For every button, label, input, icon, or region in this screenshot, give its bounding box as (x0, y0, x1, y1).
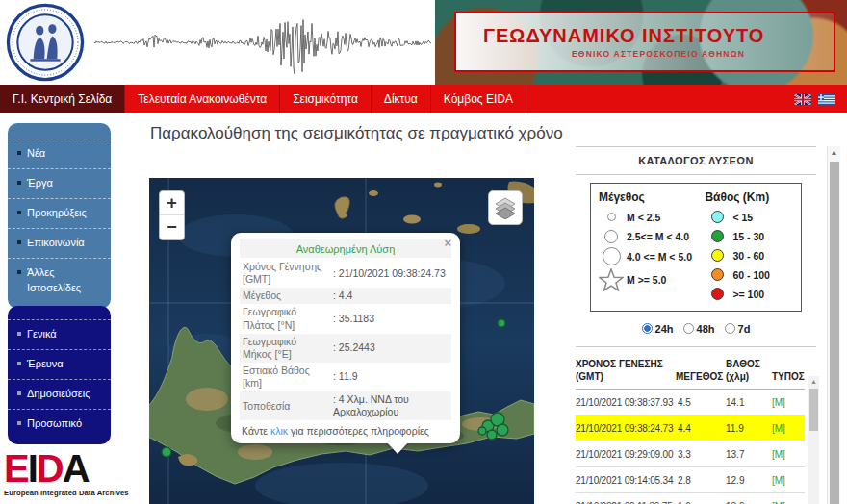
zoom-in-button[interactable]: + (160, 191, 184, 215)
cell-time: 21/10/2021 09:29:09.00 (576, 449, 674, 460)
radio-icon (642, 323, 653, 334)
result-row[interactable]: 21/10/2021 09:29:09.003.313.7[M] (576, 441, 805, 467)
eida-tagline: European Integrated Data Archives (4, 489, 129, 497)
legend-depth-item: 30 - 60 (705, 247, 795, 264)
layers-button[interactable] (488, 190, 523, 225)
legend-depth-label: >= 100 (732, 289, 764, 300)
legend: Μέγεθος M < 2.52.5<= M < 4.04.0 <= M < 5… (590, 183, 802, 312)
range-radio-7d[interactable]: 7d (725, 323, 751, 335)
result-row[interactable]: 21/10/2021 09:38:37.934.514.1[M] (576, 390, 805, 416)
banner-frame: ΓΕΩΔΥΝΑΜΙΚΟ ΙΝΣΤΙΤΟΥΤΟ ΕΘΝΙΚΟ ΑΣΤΕΡΟΣΚΟΠ… (454, 12, 835, 72)
sidebar-item[interactable]: Νέα (8, 139, 111, 168)
cell-time: 21/10/2021 09:14:05.34 (576, 475, 674, 486)
popup-row: Γεωγραφικό Μήκος [°E]: 25.2443 (240, 334, 451, 363)
range-radio-24h[interactable]: 24h (642, 323, 674, 335)
legend-depth-label: < 15 (732, 212, 753, 223)
map-popup: × Αναθεωρημένη Λύση Χρόνος Γέννησης [GMT… (231, 233, 460, 443)
cell-magnitude: 2.8 (674, 475, 726, 486)
nav-item-4[interactable]: Δίκτυα (372, 85, 431, 113)
popup-row: Μέγεθος: 4.4 (240, 288, 451, 304)
popup-row: Εστιακό Βάθος [km]: 11.9 (240, 363, 451, 391)
sidebar-item[interactable]: Έργα (8, 168, 111, 198)
uk-flag-icon[interactable] (794, 94, 811, 105)
mid-depth-quakes-marker[interactable] (487, 430, 497, 440)
sidebar-item-label: Προκηρύξεις (27, 206, 87, 221)
sidebar-item-label: Δημοσιεύσεις (27, 387, 90, 402)
cell-type: [M] (772, 475, 803, 486)
eida-logo[interactable]: EIDA European Integrated Data Archives (4, 448, 129, 497)
popup-row-value: : 25.2443 (330, 334, 451, 363)
legend-depth-item: 60 - 100 (705, 266, 795, 283)
eida-wordmark: EIDA (4, 448, 129, 489)
sidebar-item-label: Επικοινωνία (27, 236, 85, 251)
page-scrollbar-thumb[interactable] (830, 162, 839, 504)
sidebar-item[interactable]: Προκηρύξεις (8, 198, 111, 228)
sidebar-item-label: Άλλες Ιστοσελίδες (27, 265, 105, 296)
popup-title: Αναθεωρημένη Λύση (240, 239, 451, 258)
main-nav: Γ.Ι. Κεντρική ΣελίδαΤελευταία Ανακοινωθέ… (0, 85, 847, 113)
nav-item-1[interactable]: Γ.Ι. Κεντρική Σελίδα (0, 85, 125, 113)
sidebar-item-label: Προσωπικό (27, 416, 82, 432)
page-scroll-up-icon[interactable]: ▲ (828, 146, 840, 160)
map-zoom-control: + − (159, 190, 185, 240)
sidebar-item-label: Έρευνα (27, 357, 64, 372)
eida-letter: E (4, 447, 28, 490)
mid-depth-quakes-marker[interactable] (497, 424, 508, 436)
nav-item-2[interactable]: Τελευταία Ανακοινωθέντα (125, 85, 280, 113)
scroll-up-icon[interactable]: ▲ (808, 376, 819, 387)
sidebar-item[interactable]: Επικοινωνία (8, 228, 111, 258)
mid-depth-quakes-marker[interactable] (478, 427, 486, 435)
sidebar-item[interactable]: Δημοσιεύσεις (8, 379, 111, 409)
popup-row-label: Τοποθεσία (240, 391, 330, 420)
range-label: 24h (655, 323, 674, 335)
popup-row: Χρόνος Γέννησης [GMT]: 21/10/2021 09:38:… (240, 259, 451, 288)
popup-row-label: Μέγεθος (240, 288, 330, 304)
mid-depth-quakes-marker[interactable] (162, 447, 171, 457)
sidebar-list-2: ΓενικάΈρευναΔημοσιεύσειςΠροσωπικό (8, 319, 111, 439)
zoom-out-button[interactable]: − (160, 215, 184, 239)
nav-item-3[interactable]: Σεισμικότητα (280, 85, 372, 113)
table-scrollbar[interactable]: ▲ (808, 376, 819, 504)
close-icon[interactable]: × (444, 237, 451, 249)
result-row[interactable]: 21/10/2021 09:14:05.342.812.9[M] (576, 467, 805, 493)
popup-footer-text2: για περισσότερες πληροφορίες (288, 425, 429, 437)
legend-depth-item: >= 100 (705, 286, 795, 302)
depth-color-icon (705, 288, 730, 300)
nav-item-5[interactable]: Κόμβος EIDA (431, 85, 526, 113)
sidebar-group-1: ΝέαΈργαΠροκηρύξειςΕπικοινωνίαΆλλες Ιστοσ… (8, 123, 111, 309)
observatory-logo[interactable] (6, 3, 85, 82)
cell-time: 21/10/2021 09:38:37.93 (576, 397, 674, 408)
result-row[interactable]: 21/10/2021 09:38:24.734.411.9[M] (576, 416, 805, 441)
popup-row-label: Εστιακό Βάθος [km] (240, 363, 330, 391)
legend-magnitude-title: Μέγεθος (599, 190, 705, 204)
table-scrollbar-thumb[interactable] (809, 389, 818, 431)
result-row[interactable]: 21/10/2021 09:11:39.751.613.9[M] (576, 493, 805, 504)
cell-time: 21/10/2021 09:11:39.75 (576, 501, 674, 504)
bullet-icon (17, 391, 21, 395)
eida-letter: A (63, 447, 89, 490)
sidebar-item[interactable]: Έρευνα (8, 349, 111, 379)
main-nav-items: Γ.Ι. Κεντρική ΣελίδαΤελευταία Ανακοινωθέ… (0, 85, 526, 113)
bullet-icon (17, 332, 21, 336)
radio-icon (683, 323, 694, 334)
sidebar-item-label: Νέα (27, 146, 45, 162)
page-scrollbar[interactable]: ▲ (827, 146, 840, 504)
range-label: 7d (738, 323, 751, 335)
cell-type: [M] (772, 423, 803, 434)
sidebar-item[interactable]: Γενικά (8, 319, 111, 349)
more-info-link[interactable]: κλικ (270, 425, 288, 437)
cell-magnitude: 4.4 (674, 423, 726, 434)
bullet-icon (17, 211, 21, 214)
cell-magnitude: 3.3 (674, 449, 726, 460)
sidebar-item[interactable]: Άλλες Ιστοσελίδες (8, 258, 111, 303)
depth-circle (711, 249, 724, 262)
map[interactable]: + − × Αναθεωρημένη Λύση Χρόνος Γέννησης … (149, 178, 534, 504)
legend-depth-title: Βάθος (Km) (705, 190, 795, 204)
mid-depth-quakes-marker[interactable] (498, 319, 505, 327)
eida-letter: I (28, 447, 37, 490)
greek-flag-icon[interactable] (818, 94, 835, 105)
popup-row: Γεωγραφικό Πλάτος [°N]: 35.1183 (240, 304, 451, 333)
institute-banner[interactable]: ΓΕΩΔΥΝΑΜΙΚΟ ΙΝΣΤΙΤΟΥΤΟ ΕΘΝΙΚΟ ΑΣΤΕΡΟΣΚΟΠ… (435, 0, 847, 85)
range-radio-48h[interactable]: 48h (683, 323, 715, 335)
sidebar-item[interactable]: Προσωπικό (8, 409, 111, 439)
